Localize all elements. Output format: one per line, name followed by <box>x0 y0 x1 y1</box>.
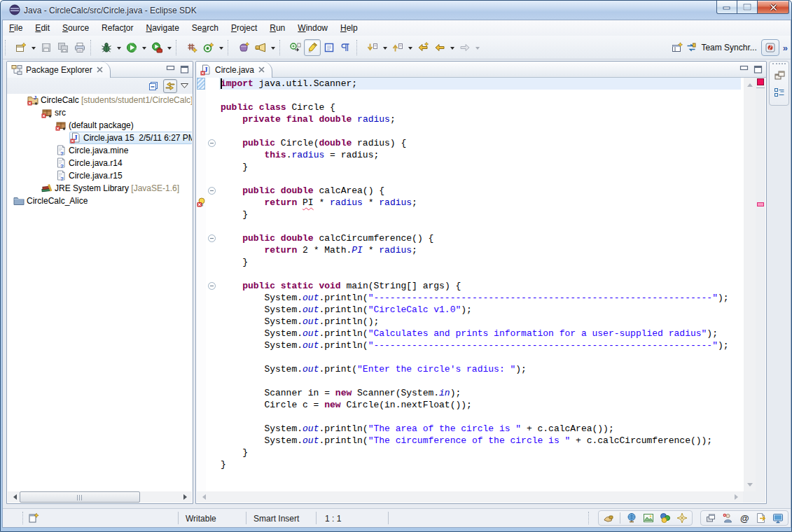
monitor-icon[interactable] <box>772 512 784 524</box>
java-app-button[interactable] <box>235 39 252 56</box>
code-line-7[interactable]: this.radius = radius; <box>219 149 741 161</box>
code-line-27[interactable]: Scanner in = new Scanner(System.in); <box>219 387 741 399</box>
code-line-3[interactable]: public class Circle { <box>219 102 741 113</box>
doc-export-icon[interactable] <box>756 512 767 524</box>
at-icon[interactable]: @ <box>739 512 750 524</box>
windows-icon[interactable] <box>705 512 716 524</box>
code-line-24[interactable] <box>219 351 741 363</box>
menu-project[interactable]: Project <box>225 20 263 33</box>
show-source-button[interactable] <box>321 39 338 56</box>
code-line-30[interactable]: System.out.println("The area of the circ… <box>219 423 741 435</box>
code-line-20[interactable]: System.out.println("CircleCalc v1.0"); <box>219 304 741 316</box>
tree-item-src[interactable]: src <box>8 106 192 119</box>
minimize-editor-icon[interactable] <box>739 65 749 74</box>
search-dropdown-icon[interactable] <box>269 39 277 56</box>
mark-occurrences-button[interactable] <box>304 39 321 56</box>
run-external-button[interactable] <box>148 39 165 56</box>
code-line-10[interactable]: public double calcArea() { <box>219 185 741 197</box>
overview-error-indicator[interactable] <box>757 78 764 85</box>
package-explorer-close-icon[interactable] <box>96 66 104 74</box>
minimize-button[interactable] <box>716 1 737 14</box>
menu-source[interactable]: Source <box>56 20 95 33</box>
code-line-23[interactable]: System.out.println("--------------------… <box>219 340 741 351</box>
trim-drag-handle[interactable] <box>772 63 786 66</box>
tree-item-default[interactable]: (default package) <box>8 119 192 132</box>
folding-margin[interactable] <box>206 78 219 491</box>
code-line-21[interactable]: System.out.println(); <box>219 316 741 328</box>
code-line-13[interactable] <box>219 220 741 232</box>
view-menu-icon[interactable] <box>180 79 189 93</box>
outline-view-icon[interactable] <box>772 85 787 100</box>
new-java-project-button[interactable] <box>183 39 200 56</box>
code-line-14[interactable]: public double calcCircumference() { <box>219 232 741 244</box>
tree-item-circle.java.r14[interactable]: ?Circle.java.r14 <box>8 157 192 169</box>
code-line-29[interactable] <box>219 411 741 423</box>
next-annotation-dropdown-icon[interactable] <box>381 39 389 56</box>
java-perspective-button[interactable] <box>761 39 779 56</box>
overview-ruler[interactable] <box>756 78 765 491</box>
new-wizard-dropdown-icon[interactable] <box>29 39 38 56</box>
person-icon[interactable] <box>722 512 733 524</box>
code-line-18[interactable]: public static void main(String[] args) { <box>219 280 741 292</box>
tree-item-circlecalc_alice[interactable]: CircleCalc_Alice <box>8 195 192 207</box>
fold-collapse-icon[interactable] <box>208 187 216 195</box>
code-line-6[interactable]: public Circle(double radius) { <box>219 137 741 149</box>
package-explorer-tab[interactable]: Package Explorer <box>7 62 111 78</box>
menu-navigate[interactable]: Navigate <box>139 20 185 33</box>
image-icon[interactable] <box>643 512 654 524</box>
run-button[interactable] <box>123 39 140 56</box>
collapse-all-button[interactable] <box>146 79 160 93</box>
selected-tree-item[interactable]: JCircle.java 15 2/5/11 6:27 PM <box>69 132 192 144</box>
titlebar[interactable]: Java - CircleCalc/src/Circle.java - Ecli… <box>1 1 791 20</box>
tree-item-circlecalc[interactable]: JCircleCalc [students/student1/CircleCal… <box>8 94 192 106</box>
code-line-2[interactable] <box>219 90 741 102</box>
run-dropdown-icon[interactable] <box>140 39 148 56</box>
fast-view-icon[interactable] <box>27 512 40 524</box>
tree-item-circle.java[interactable]: JCircle.java 15 2/5/11 6:27 PM <box>8 132 192 144</box>
prev-annotation-button[interactable] <box>389 39 406 56</box>
code-line-25[interactable]: System.out.print("Enter the circle's rad… <box>219 363 741 375</box>
minimize-view-icon[interactable] <box>166 65 175 74</box>
code-line-32[interactable]: } <box>219 447 741 458</box>
code-line-17[interactable] <box>219 268 741 280</box>
forward-dropdown-icon[interactable] <box>473 39 482 56</box>
close-button[interactable] <box>758 1 789 14</box>
perspective-label[interactable]: Team Synchr... <box>701 43 756 52</box>
editor-tab-close-icon[interactable] <box>258 66 265 74</box>
tree-item-circle.java.mine[interactable]: ?Circle.java.mine <box>8 144 192 157</box>
prev-annotation-dropdown-icon[interactable] <box>406 39 415 56</box>
show-whitespace-button[interactable] <box>338 39 354 56</box>
code-editor[interactable]: import java.util.Scanner;public class Ci… <box>219 78 741 491</box>
error-marker-icon[interactable] <box>197 197 206 207</box>
new-class-button[interactable] <box>200 39 217 56</box>
code-line-31[interactable]: System.out.println("The circumference of… <box>219 435 741 447</box>
debug-button[interactable] <box>98 39 115 56</box>
print-button[interactable] <box>71 39 88 56</box>
menu-window[interactable]: Window <box>291 20 334 33</box>
compass-icon[interactable] <box>676 512 688 524</box>
code-line-9[interactable] <box>219 173 741 185</box>
code-line-33[interactable]: } <box>219 458 741 470</box>
maximize-button[interactable] <box>737 1 758 14</box>
fold-collapse-icon[interactable] <box>208 282 216 290</box>
globe-icon[interactable] <box>626 512 637 524</box>
save-all-button[interactable] <box>55 39 71 56</box>
editor-hscrollbar[interactable] <box>197 491 743 503</box>
annotation-ruler[interactable] <box>197 78 206 491</box>
code-line-26[interactable] <box>219 375 741 387</box>
link-with-editor-button[interactable] <box>163 79 177 93</box>
code-line-12[interactable]: } <box>219 209 741 220</box>
code-line-28[interactable]: Circle c = new Circle(in.nextFloat()); <box>219 399 741 411</box>
tree-item-circle.java.r15[interactable]: ?Circle.java.r15 <box>8 169 192 182</box>
menu-refactor[interactable]: Refactor <box>95 20 139 33</box>
shapes-icon[interactable] <box>660 512 671 524</box>
code-line-5[interactable] <box>219 125 741 137</box>
scroll-right-icon[interactable] <box>181 491 192 503</box>
back-dropdown-icon[interactable] <box>448 39 457 56</box>
code-line-16[interactable]: } <box>219 256 741 268</box>
fold-collapse-icon[interactable] <box>208 139 216 147</box>
externalize-strings-button[interactable] <box>287 39 304 56</box>
explorer-hscrollbar[interactable] <box>8 491 192 503</box>
last-edit-location-button[interactable] <box>415 39 431 56</box>
code-line-1[interactable]: import java.util.Scanner; <box>219 78 741 90</box>
